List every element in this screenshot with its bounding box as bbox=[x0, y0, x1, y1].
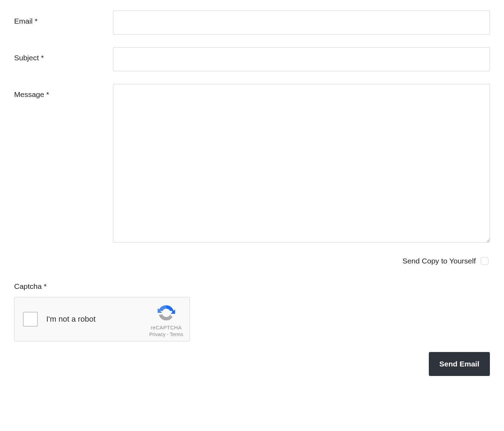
captcha-label: Captcha * bbox=[14, 282, 490, 291]
captcha-section: Captcha * I'm not a robot reCAPTCHA Priv… bbox=[14, 282, 490, 341]
subject-row: Subject * bbox=[14, 47, 490, 71]
email-label: Email * bbox=[14, 11, 113, 25]
recaptcha-widget: I'm not a robot reCAPTCHA Privacy - Term… bbox=[14, 297, 190, 341]
email-input-wrap bbox=[113, 11, 490, 35]
recaptcha-not-robot-text: I'm not a robot bbox=[46, 315, 149, 324]
recaptcha-branding: reCAPTCHA Privacy - Terms bbox=[149, 301, 183, 337]
send-email-button[interactable]: Send Email bbox=[429, 352, 490, 376]
subject-label: Subject * bbox=[14, 47, 113, 62]
recaptcha-icon bbox=[157, 303, 176, 322]
send-copy-label: Send Copy to Yourself bbox=[402, 257, 476, 265]
message-textarea[interactable] bbox=[113, 84, 490, 243]
recaptcha-checkbox[interactable] bbox=[23, 312, 38, 327]
email-input[interactable] bbox=[113, 11, 490, 35]
recaptcha-terms-link[interactable]: Terms bbox=[170, 332, 183, 337]
message-input-wrap bbox=[113, 84, 490, 244]
subject-input[interactable] bbox=[113, 47, 490, 71]
email-row: Email * bbox=[14, 11, 490, 35]
recaptcha-links: Privacy - Terms bbox=[149, 332, 183, 337]
recaptcha-privacy-link[interactable]: Privacy bbox=[149, 332, 166, 337]
message-label: Message * bbox=[14, 84, 113, 99]
send-copy-checkbox[interactable] bbox=[481, 257, 488, 265]
recaptcha-links-separator: - bbox=[166, 332, 170, 337]
recaptcha-brand-text: reCAPTCHA bbox=[151, 324, 182, 330]
submit-row: Send Email bbox=[14, 352, 490, 376]
message-row: Message * bbox=[14, 84, 490, 244]
send-copy-row: Send Copy to Yourself bbox=[14, 257, 490, 265]
subject-input-wrap bbox=[113, 47, 490, 71]
